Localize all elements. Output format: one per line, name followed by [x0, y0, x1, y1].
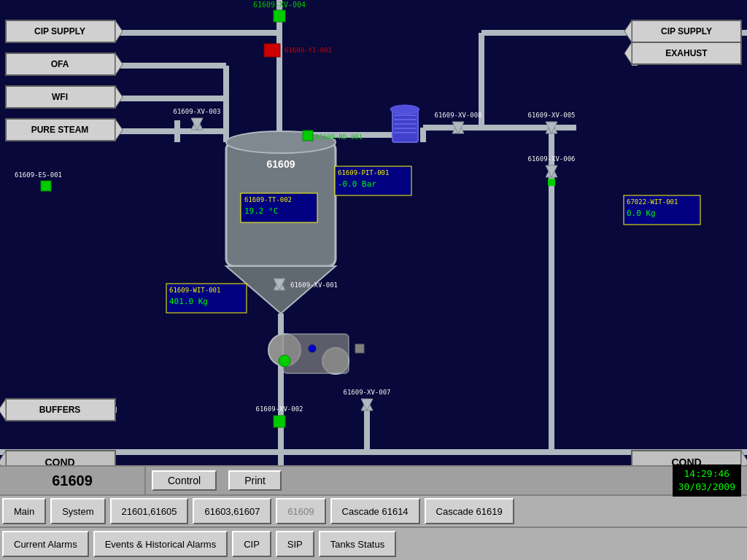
tab-sip[interactable]: SIP	[276, 531, 314, 557]
svg-text:-0.0    Bar: -0.0 Bar	[338, 179, 376, 189]
control-button[interactable]: Control	[152, 470, 217, 491]
system-id: 61609	[0, 467, 146, 494]
svg-text:EXAHUST: EXAHUST	[665, 48, 708, 58]
tab-cascade-61619[interactable]: Cascade 61619	[425, 498, 514, 524]
svg-rect-63	[303, 131, 313, 141]
svg-text:401.0   Kg: 401.0 Kg	[169, 297, 208, 306]
svg-text:61609-WIT-001: 61609-WIT-001	[169, 287, 220, 294]
status-bar: 61609 Control Print 14:29:46 30/03/2009	[0, 465, 747, 496]
svg-point-29	[279, 355, 290, 367]
svg-text:0.0     Kg: 0.0 Kg	[627, 209, 656, 218]
svg-text:COND: COND	[44, 456, 74, 465]
tab-events-historical[interactable]: Events & Historical Alarms	[93, 531, 228, 557]
svg-text:61609-XV-007: 61609-XV-007	[343, 389, 390, 396]
svg-text:61609-TT-002: 61609-TT-002	[244, 196, 292, 203]
tab-cip[interactable]: CIP	[232, 531, 271, 557]
tab-system[interactable]: System	[50, 498, 105, 524]
svg-text:61609-XV-004: 61609-XV-004	[253, 1, 306, 9]
svg-text:CIP SUPPLY: CIP SUPPLY	[661, 26, 712, 36]
svg-text:61609-ES-001: 61609-ES-001	[15, 171, 62, 179]
tab-61603[interactable]: 61603,61607	[193, 498, 271, 524]
svg-text:61609-XV-002: 61609-XV-002	[255, 405, 303, 413]
datetime-display: 14:29:46 30/03/2009	[673, 464, 741, 497]
svg-text:61609-XV-003: 61609-XV-003	[173, 108, 220, 115]
svg-rect-67	[392, 109, 418, 142]
svg-text:61609-XV-006: 61609-XV-006	[527, 155, 575, 163]
svg-text:61609-XV-001: 61609-XV-001	[290, 281, 338, 289]
tab-main[interactable]: Main	[2, 498, 46, 524]
process-area: 61609 61609-XV-004	[0, 0, 747, 465]
svg-text:61609-YI-001: 61609-YI-001	[285, 47, 332, 54]
time-display: 14:29:46	[678, 467, 735, 481]
svg-text:61609-XV-008: 61609-XV-008	[434, 112, 481, 119]
svg-text:19.2    °C: 19.2 °C	[244, 206, 278, 216]
svg-text:61609-PIT-001: 61609-PIT-001	[338, 169, 389, 176]
date-display: 30/03/2009	[678, 481, 735, 494]
print-button[interactable]: Print	[228, 470, 282, 491]
tab-tanks-status[interactable]: Tanks Status	[319, 531, 396, 557]
svg-text:CIP SUPPLY: CIP SUPPLY	[34, 26, 85, 36]
svg-text:BUFFERS: BUFFERS	[39, 405, 81, 415]
nav-bar-1: Main System 21601,61605 61603,61607 6160…	[0, 496, 747, 528]
svg-rect-38	[274, 10, 285, 22]
svg-rect-61	[264, 44, 280, 57]
svg-rect-28	[283, 334, 349, 373]
svg-rect-31	[355, 344, 364, 353]
svg-point-30	[309, 345, 316, 352]
nav-bar-2: Current Alarms Events & Historical Alarm…	[0, 528, 747, 560]
tab-cascade-61614[interactable]: Cascade 61614	[330, 498, 420, 524]
svg-rect-65	[41, 181, 51, 191]
svg-point-73	[390, 105, 419, 114]
svg-text:61609-XV-005: 61609-XV-005	[527, 112, 575, 119]
tab-61601[interactable]: 21601,61605	[110, 498, 189, 524]
bottom-bar: 61609 Control Print 14:29:46 30/03/2009 …	[0, 465, 747, 560]
svg-text:61609-RD-001: 61609-RD-001	[315, 133, 363, 141]
tab-61609[interactable]: 61609	[276, 498, 325, 524]
svg-rect-51	[548, 179, 555, 186]
svg-text:PURE STEAM: PURE STEAM	[31, 125, 89, 135]
svg-text:WFI: WFI	[52, 92, 68, 102]
svg-rect-56	[274, 416, 285, 427]
svg-text:61609: 61609	[267, 158, 295, 170]
process-diagram: 61609 61609-XV-004	[0, 0, 747, 465]
svg-text:67022-WIT-001: 67022-WIT-001	[627, 198, 678, 206]
svg-text:OFA: OFA	[51, 59, 69, 69]
tab-current-alarms[interactable]: Current Alarms	[2, 531, 89, 557]
